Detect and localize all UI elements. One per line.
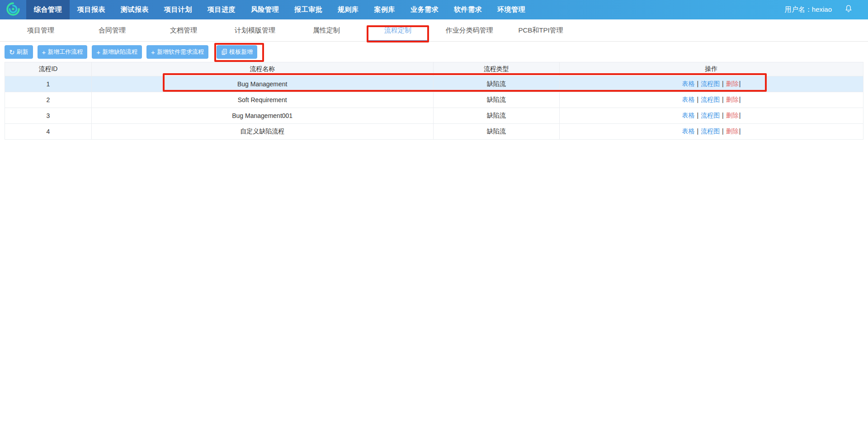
cell-process-name: Bug Management: [91, 76, 433, 92]
action-separator: |: [739, 80, 741, 87]
add-work-flow-button[interactable]: + 新增工作流程: [38, 45, 88, 59]
tab-process-custom[interactable]: 流程定制: [362, 19, 434, 41]
tab-attribute-custom[interactable]: 属性定制: [291, 19, 362, 41]
header-process-name: 流程名称: [91, 62, 433, 76]
nav-item-test-reports[interactable]: 测试报表: [113, 0, 156, 19]
tab-project-mgmt[interactable]: 项目管理: [5, 19, 76, 41]
table-link[interactable]: 表格: [682, 127, 694, 135]
tab-document-mgmt[interactable]: 文档管理: [148, 19, 219, 41]
cell-process-id: 1: [5, 76, 92, 92]
cell-process-type: 缺陷流: [433, 92, 559, 108]
cell-process-type: 缺陷流: [433, 124, 559, 140]
nav-item-business-requirements[interactable]: 业务需求: [403, 0, 446, 19]
nav-item-environment-mgmt[interactable]: 环境管理: [490, 0, 533, 19]
table-row-bug-management-001[interactable]: 3 Bug Management001 缺陷流 表格|流程图|删除|: [5, 108, 863, 124]
table-header-row: 流程ID 流程名称 流程类型 操作: [5, 62, 863, 76]
cell-process-type: 缺陷流: [433, 108, 559, 124]
process-toolbar: ↻ 刷新 + 新增工作流程 + 新增缺陷流程 + 新增软件需求流程 模板新增: [0, 42, 868, 62]
delete-link[interactable]: 删除: [726, 112, 739, 119]
add-defect-flow-button[interactable]: + 新增缺陷流程: [92, 45, 142, 59]
add-software-req-flow-button[interactable]: + 新增软件需求流程: [146, 45, 208, 59]
nav-item-software-requirements[interactable]: 软件需求: [446, 0, 490, 19]
template-add-label: 模板新增: [229, 48, 253, 56]
add-defect-flow-label: 新增缺陷流程: [102, 48, 137, 56]
cell-process-name: 自定义缺陷流程: [91, 124, 433, 140]
plus-icon: +: [96, 49, 100, 56]
header-process-id: 流程ID: [5, 62, 92, 76]
header-actions: 操作: [559, 62, 863, 76]
cell-actions: 表格|流程图|删除|: [559, 108, 863, 124]
cell-process-type: 缺陷流: [433, 76, 559, 92]
table-row-custom-defect-flow[interactable]: 4 自定义缺陷流程 缺陷流 表格|流程图|删除|: [5, 124, 863, 140]
nav-item-project-progress[interactable]: 项目进度: [200, 0, 243, 19]
flowchart-link[interactable]: 流程图: [701, 112, 720, 119]
action-separator: |: [739, 96, 741, 103]
nav-item-rule-library[interactable]: 规则库: [330, 0, 367, 19]
tab-contract-mgmt[interactable]: 合同管理: [76, 19, 148, 41]
cell-process-name: Soft Requirement: [91, 92, 433, 108]
add-work-flow-label: 新增工作流程: [47, 48, 83, 56]
table-link[interactable]: 表格: [682, 112, 694, 119]
top-navigation-bar: 综合管理 项目报表 测试报表 项目计划 项目进度 风险管理 报工审批 规则库 案…: [0, 0, 868, 19]
flowchart-link[interactable]: 流程图: [701, 127, 720, 135]
bell-icon: [844, 5, 853, 15]
refresh-button[interactable]: ↻ 刷新: [5, 45, 33, 59]
username-label: 用户名：hexiao: [785, 0, 832, 19]
delete-link[interactable]: 删除: [726, 127, 739, 135]
cell-process-id: 3: [5, 108, 92, 124]
tab-plan-template-mgmt[interactable]: 计划模版管理: [219, 19, 291, 41]
action-separator: |: [697, 96, 698, 103]
nav-item-project-reports[interactable]: 项目报表: [70, 0, 113, 19]
table-row-bug-management[interactable]: 1 Bug Management 缺陷流 表格|流程图|删除|: [5, 76, 863, 92]
action-separator: |: [697, 127, 698, 135]
delete-link[interactable]: 删除: [726, 80, 739, 87]
nav-item-project-plan[interactable]: 项目计划: [156, 0, 200, 19]
refresh-label: 刷新: [17, 48, 28, 56]
plus-icon: +: [151, 49, 155, 56]
cell-actions: 表格|流程图|删除|: [559, 124, 863, 140]
nav-item-work-approval[interactable]: 报工审批: [287, 0, 330, 19]
action-separator: |: [722, 80, 724, 87]
cell-process-id: 2: [5, 92, 92, 108]
process-table: 流程ID 流程名称 流程类型 操作 1 Bug Management 缺陷流 表…: [5, 62, 863, 140]
sub-tab-bar: 项目管理 合同管理 文档管理 计划模版管理 属性定制 流程定制 作业分类码管理 …: [0, 19, 868, 42]
action-separator: |: [697, 112, 698, 119]
add-software-req-flow-label: 新增软件需求流程: [157, 48, 204, 56]
flowchart-link[interactable]: 流程图: [701, 80, 720, 87]
cell-process-name: Bug Management001: [91, 108, 433, 124]
action-separator: |: [722, 112, 724, 119]
template-add-button[interactable]: 模板新增: [217, 45, 257, 59]
cell-actions: 表格|流程图|删除|: [559, 76, 863, 92]
app-logo: [0, 0, 26, 19]
table-link[interactable]: 表格: [682, 80, 694, 87]
header-process-type: 流程类型: [433, 62, 559, 76]
topbar-spacer: [533, 0, 785, 19]
tab-job-class-code-mgmt[interactable]: 作业分类码管理: [434, 19, 505, 41]
plus-icon: +: [42, 49, 46, 56]
cell-process-id: 4: [5, 124, 92, 140]
nav-item-case-library[interactable]: 案例库: [367, 0, 403, 19]
action-separator: |: [722, 127, 724, 135]
delete-link[interactable]: 删除: [726, 96, 739, 103]
nav-item-risk-mgmt[interactable]: 风险管理: [243, 0, 287, 19]
notification-button[interactable]: [844, 0, 853, 19]
nav-item-general-mgmt[interactable]: 综合管理: [26, 0, 70, 19]
action-separator: |: [739, 127, 741, 135]
tab-pcb-tpi-mgmt[interactable]: PCB和TPI管理: [505, 19, 576, 41]
action-separator: |: [697, 80, 698, 87]
copy-doc-icon: [221, 48, 227, 56]
table-row-soft-requirement[interactable]: 2 Soft Requirement 缺陷流 表格|流程图|删除|: [5, 92, 863, 108]
action-separator: |: [722, 96, 724, 103]
cell-actions: 表格|流程图|删除|: [559, 92, 863, 108]
table-link[interactable]: 表格: [682, 96, 694, 103]
flowchart-link[interactable]: 流程图: [701, 96, 720, 103]
refresh-icon: ↻: [9, 49, 15, 56]
swirl-logo-icon: [5, 1, 21, 19]
action-separator: |: [739, 112, 741, 119]
